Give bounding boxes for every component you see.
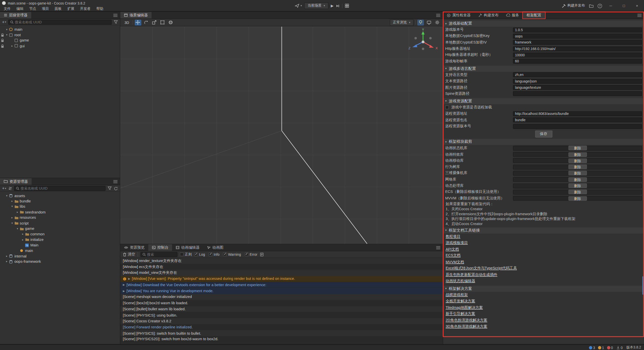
hierarchy-search-input[interactable]	[15, 20, 110, 24]
expand-arrow[interactable]: ▾	[10, 205, 14, 208]
layout-grid-button[interactable]	[345, 4, 349, 8]
tree-item-internal[interactable]: ▸internal	[0, 253, 120, 259]
menu-item-项目[interactable]: 项目	[39, 6, 52, 11]
solution-link[interactable]: 3D角色扮演游戏解决方案	[443, 324, 644, 330]
tree-item-gui[interactable]: ▸gui	[0, 43, 120, 49]
expand-arrow[interactable]: ▾	[5, 28, 9, 31]
tree-item-Main[interactable]: TSMain	[0, 242, 120, 248]
tree-item-initialize[interactable]: ▸initialize	[0, 237, 120, 242]
expand-arrow[interactable]: ▸	[21, 238, 25, 241]
resource-input[interactable]	[513, 117, 642, 122]
delete-button[interactable]: 删除	[568, 165, 587, 169]
log-row[interactable]: [Scene] [PHYSICS]: using builtin.	[120, 312, 443, 318]
tab-assets[interactable]: 资源管理器	[0, 178, 32, 185]
delete-button[interactable]: 删除	[568, 171, 587, 176]
section-header[interactable]: ▾框架文档工具链接	[443, 227, 644, 233]
orientation-gizmo[interactable]: Y X Z	[407, 28, 439, 57]
basic-input[interactable]	[513, 27, 642, 32]
basic-input[interactable]	[513, 34, 642, 39]
regex-toggle[interactable]: 正则	[180, 252, 192, 257]
menu-item-编辑[interactable]: 编辑	[14, 6, 26, 11]
log-row[interactable]: ▶[Window] You are running Vue in develop…	[120, 288, 443, 294]
scene-select[interactable]: 当前场景 ▾	[304, 3, 328, 9]
panel-menu-icon[interactable]	[436, 14, 440, 17]
expand-arrow[interactable]: ▸	[5, 254, 9, 258]
tab-build-publish[interactable]: 构建发布	[474, 12, 502, 18]
basic-input[interactable]	[513, 40, 642, 45]
maximize-button[interactable]: □	[619, 0, 628, 12]
status-warning-count[interactable]: 1	[598, 345, 604, 349]
minimize-button[interactable]: ─	[606, 0, 615, 12]
add-node-button[interactable]: +▾	[2, 20, 6, 24]
tree-item-main[interactable]: ▾main	[0, 27, 120, 32]
assets-search-input[interactable]	[21, 186, 104, 190]
update-indicator[interactable]: 0	[617, 345, 623, 349]
folder-icon[interactable]	[589, 4, 593, 8]
tree-item-resources[interactable]: ▸resources	[0, 215, 120, 221]
build-publish-button[interactable]: 构建并发布	[561, 3, 585, 8]
tree-item-bundle[interactable]: ▸bundle	[0, 198, 120, 204]
clear-console-button[interactable]: 清空	[123, 252, 135, 257]
filter-warning[interactable]: Warning	[223, 252, 241, 256]
hierarchy-search[interactable]	[8, 20, 112, 25]
tree-item-main[interactable]: main	[0, 248, 120, 253]
basic-input[interactable]	[513, 59, 642, 64]
delete-button[interactable]: 删除	[568, 146, 587, 150]
expand-arrow[interactable]: ▸	[10, 200, 14, 203]
menu-item-文件[interactable]: 文件	[1, 6, 14, 11]
tab-console[interactable]: 控制台	[148, 244, 172, 251]
doc-link[interactable]: ECS文档	[443, 253, 644, 259]
tab-service[interactable]: 服务	[502, 12, 523, 18]
delete-button[interactable]: 删除	[568, 177, 587, 182]
mode-3d-toggle[interactable]: 3D	[123, 20, 131, 24]
tree-item-game[interactable]: ▾game	[0, 226, 120, 232]
checkbox[interactable]	[209, 252, 213, 256]
tree-item-assets[interactable]: ▾assets	[0, 193, 120, 198]
remote-load-checkbox[interactable]	[445, 106, 449, 109]
section-header[interactable]: ▾游戏多语言配置	[443, 66, 644, 72]
sort-icon[interactable]	[8, 186, 12, 190]
log-row[interactable]: [Window] ecs文件夹存在	[120, 264, 443, 270]
expand-arrow[interactable]: ▸	[16, 210, 19, 214]
view-mode-dropdown[interactable]: 正常浏览 ▾	[390, 19, 414, 26]
status-error-count[interactable]: 0	[607, 345, 613, 349]
expand-arrow[interactable]: ▸	[10, 44, 14, 48]
rotate-tool-button[interactable]	[143, 20, 149, 25]
tab-framework-config[interactable]: 框架配置	[523, 12, 545, 18]
tree-item-common[interactable]: ▸common	[0, 231, 120, 237]
expand-arrow[interactable]: ▸	[10, 216, 14, 219]
doc-link[interactable]: 原生包热更新配置自动生成插件	[443, 272, 644, 278]
filter-icon[interactable]	[108, 186, 112, 190]
rect-tool-button[interactable]	[159, 20, 166, 25]
scrollbar-thumb[interactable]	[642, 276, 643, 295]
filter-error[interactable]: Error	[245, 252, 257, 256]
i18n-input[interactable]	[513, 79, 642, 84]
delete-button[interactable]: 删除	[568, 158, 587, 163]
basic-input[interactable]	[513, 46, 642, 51]
checkbox[interactable]	[245, 252, 249, 256]
expand-arrow[interactable]: ▾	[5, 33, 9, 36]
menu-item-帮助[interactable]: 帮助	[93, 6, 106, 11]
expand-arrow[interactable]: ▾	[16, 227, 19, 230]
expand-caret[interactable]: ▶	[123, 289, 125, 293]
solution-link[interactable]: 新手引导解决方案	[443, 311, 644, 317]
console-search[interactable]	[140, 252, 177, 257]
scale-tool-button[interactable]	[151, 20, 157, 25]
i18n-input[interactable]	[513, 85, 642, 90]
expand-arrow[interactable]: ▾	[10, 222, 14, 225]
expand-arrow[interactable]: ▾	[5, 194, 9, 197]
console-search-input[interactable]	[147, 252, 175, 256]
move-tool-button[interactable]	[135, 20, 141, 25]
tab-animation-graph[interactable]: 动画图	[203, 244, 227, 251]
refresh-icon[interactable]	[114, 186, 118, 190]
tab-property-inspector[interactable]: 属性检查器	[443, 12, 474, 18]
section-header[interactable]: ▾游戏基础配置	[443, 21, 644, 27]
tab-animation-editor[interactable]: 动画编辑器	[172, 244, 203, 251]
lighting-toggle-button[interactable]	[417, 20, 424, 25]
checkbox[interactable]	[194, 252, 198, 256]
tree-item-seedrandom[interactable]: ▸seedrandom	[0, 209, 120, 215]
solution-link[interactable]: 2D角色扮演游戏解决方案	[443, 317, 644, 324]
add-asset-button[interactable]: +▾	[2, 186, 6, 191]
expand-arrow[interactable]: ▸	[21, 233, 25, 236]
expand-arrow[interactable]: ▸	[5, 260, 9, 263]
